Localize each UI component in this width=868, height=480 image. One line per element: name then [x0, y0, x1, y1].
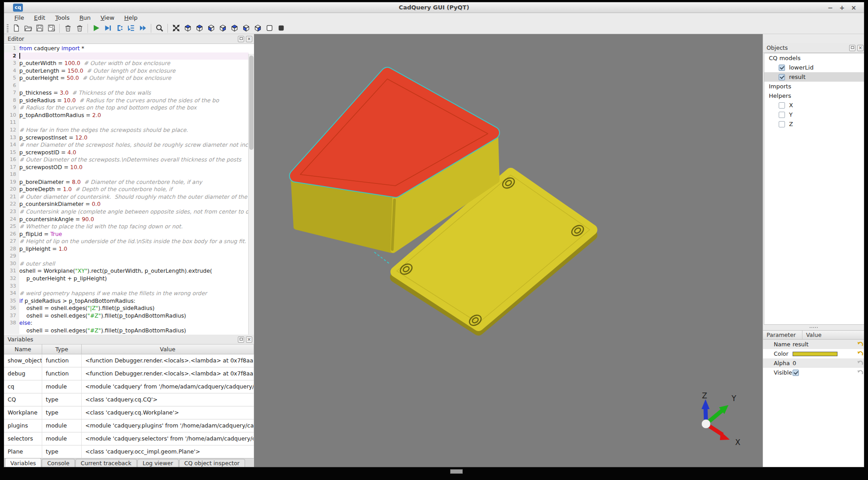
toolbar-clear-script-button[interactable] — [62, 23, 74, 34]
menu-edit[interactable]: Edit — [29, 13, 50, 22]
menu-view[interactable]: View — [96, 13, 119, 22]
main-area: Editor × 1from cadquery import *23p_oute… — [4, 34, 864, 467]
line-number: 29 — [4, 253, 19, 260]
new-file-icon — [12, 24, 21, 32]
toolbar-render-button[interactable] — [90, 23, 102, 34]
variables-float-icon[interactable] — [238, 336, 244, 343]
code-editor[interactable]: 1from cadquery import *23p_outerWidth = … — [4, 44, 254, 335]
checkbox-x[interactable] — [779, 102, 785, 109]
checkbox-result[interactable] — [779, 74, 785, 80]
minimize-button[interactable]: − — [826, 4, 834, 12]
cell-value: <function Debugger.render.<locals>.<lamb… — [82, 367, 254, 380]
menu-help[interactable]: Help — [119, 13, 143, 22]
toolbar-step-in-button[interactable] — [125, 23, 137, 34]
dock-splitter[interactable] — [763, 325, 864, 330]
editor-scrollbar-thumb[interactable] — [249, 56, 254, 150]
variables-close-icon[interactable]: × — [246, 336, 252, 343]
objects-dock-title: Objects — [767, 44, 788, 51]
code-token: ).rect(p_outerWidth, p_outerLength).extr… — [88, 268, 212, 274]
table-row[interactable]: Workplanetype<class 'cadquery.cq.Workpla… — [4, 406, 254, 419]
tab-current-traceback[interactable]: Current traceback — [75, 459, 137, 467]
bottom-tabbar: VariablesConsoleCurrent tracebackLog vie… — [4, 458, 254, 467]
param-value[interactable] — [793, 370, 856, 376]
tree-item-z[interactable]: Z — [764, 119, 864, 129]
checkbox-lowerlid[interactable] — [779, 65, 785, 71]
code-text: oshell = oshell.edges("#Z").fillet(p_top… — [19, 327, 249, 335]
close-button[interactable]: × — [850, 4, 858, 12]
table-row[interactable]: CQtype<class 'cadquery.cq.CQ'> — [4, 393, 254, 406]
tree-item-result[interactable]: result — [764, 72, 864, 82]
visible-checkbox[interactable] — [793, 370, 799, 376]
tab-log-viewer[interactable]: Log viewer — [137, 459, 179, 467]
checkbox-z[interactable] — [779, 121, 785, 127]
toolbar-delete-button[interactable] — [74, 23, 85, 34]
toolbar-debug-button[interactable] — [102, 23, 114, 34]
toolbar-view-back-button[interactable] — [228, 23, 240, 34]
toolbar-wireframe-button[interactable] — [263, 23, 275, 34]
code-token: 100.0 — [65, 60, 80, 66]
editor-float-icon[interactable] — [238, 36, 244, 42]
line-number: 8 — [4, 97, 19, 105]
maximize-button[interactable]: + — [838, 4, 846, 12]
tab-cq-object-inspector[interactable]: CQ object inspector — [179, 459, 245, 467]
menu-file[interactable]: File — [9, 13, 29, 22]
viewport-3d[interactable]: Z Y X — [254, 34, 763, 467]
toolbar-view-bottom-button[interactable] — [205, 23, 217, 34]
toolbar-fit-all-button[interactable] — [170, 23, 182, 34]
code-line: 15p_screwpostID = 4.0 — [4, 149, 249, 157]
toolbar-save-button[interactable] — [34, 23, 45, 34]
color-swatch[interactable] — [793, 352, 837, 356]
objects-float-icon[interactable] — [849, 45, 855, 51]
line-number: 17 — [4, 164, 19, 171]
checkbox-y[interactable] — [779, 112, 785, 118]
tree-group-imports[interactable]: Imports — [764, 82, 864, 91]
toolbar-grip-icon[interactable] — [7, 24, 9, 32]
toolbar-new-file-button[interactable] — [10, 23, 22, 34]
tree-item-y[interactable]: Y — [764, 110, 864, 119]
table-row[interactable]: debugfunction<function Debugger.render.<… — [4, 367, 254, 380]
toolbar-view-top-button[interactable] — [193, 23, 205, 34]
view-top-icon — [195, 24, 204, 32]
editor-scrollbar[interactable] — [248, 54, 254, 335]
tree-label: Y — [789, 111, 793, 118]
menu-run[interactable]: Run — [75, 13, 96, 22]
tree-group-cq-models[interactable]: CQ models — [764, 53, 864, 63]
undo-icon[interactable] — [856, 341, 864, 348]
toolbar-open-file-button[interactable] — [22, 23, 34, 34]
param-value[interactable] — [793, 352, 856, 356]
toolbar-view-left-button[interactable] — [240, 23, 252, 34]
3d-canvas[interactable]: Z Y X — [254, 34, 763, 467]
tab-variables[interactable]: Variables — [5, 458, 41, 467]
code-token: 12.0 — [75, 135, 87, 141]
tree-item-x[interactable]: X — [764, 100, 864, 110]
param-row-alpha: Alpha0 — [763, 358, 864, 368]
code-token: 1.0 — [63, 186, 72, 192]
tree-group-helpers[interactable]: Helpers — [764, 91, 864, 100]
table-row[interactable]: Planetype<class 'cadquery.occ_impl.geom.… — [4, 445, 254, 458]
line-number: 13 — [4, 134, 19, 142]
toolbar-zoom-select-button[interactable] — [153, 23, 165, 34]
line-number: 9 — [4, 104, 19, 112]
table-row[interactable]: pluginsmodule<module 'cadquery.plugins' … — [4, 419, 254, 432]
tree-item-lowerlid[interactable]: lowerLid — [764, 63, 864, 72]
toolbar-step-button[interactable] — [114, 23, 125, 34]
code-text: p_countersinkDiameter = 0.0 — [19, 201, 249, 208]
editor-close-icon[interactable]: × — [246, 36, 252, 42]
table-row[interactable]: selectorsmodule<module 'cadquery.selecto… — [4, 432, 254, 445]
toolbar-view-right-button[interactable] — [252, 23, 263, 34]
table-row[interactable]: cqmodule<module 'cadquery' from '/home/a… — [4, 380, 254, 393]
tab-console[interactable]: Console — [42, 459, 75, 467]
toolbar-view-iso-button[interactable] — [182, 23, 193, 34]
toolbar-view-front-button[interactable] — [217, 23, 228, 34]
undo-icon[interactable] — [856, 350, 864, 358]
param-value[interactable]: 0 — [793, 360, 856, 367]
objects-close-icon[interactable]: × — [857, 45, 864, 51]
code-token: p_outerHeight + p_lipHeight) — [19, 275, 107, 282]
param-value[interactable]: result — [793, 341, 856, 348]
menu-tools[interactable]: Tools — [50, 13, 75, 22]
table-row[interactable]: show_objectfunction<function Debugger.re… — [4, 354, 254, 367]
toolbar-save-as-button[interactable] — [45, 23, 57, 34]
title-bar[interactable]: cq CadQuery GUI (PyQT) − + × — [4, 2, 864, 13]
toolbar-shaded-button[interactable] — [275, 23, 287, 34]
toolbar-continue-button[interactable] — [137, 23, 149, 34]
